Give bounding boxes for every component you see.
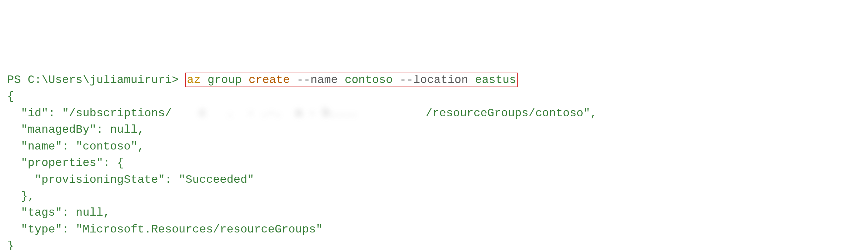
json-tags: "tags": null,: [7, 205, 861, 221]
json-properties-open: "properties": {: [7, 155, 861, 171]
json-id-line: "id": "/subscriptions/ c . - .-. a - b..…: [7, 105, 861, 122]
json-type: "type": "Microsoft.Resources/resourceGro…: [7, 221, 861, 238]
command-highlight-box: az group create --name contoso --locatio…: [185, 73, 518, 87]
az-token: az: [187, 73, 200, 87]
command-line[interactable]: PS C:\Users\juliamuiruri> az group creat…: [7, 72, 861, 88]
json-name: "name": "contoso",: [7, 138, 861, 155]
name-flag: --name: [297, 73, 338, 87]
name-value: contoso: [345, 73, 393, 87]
json-managedby: "managedBy": null,: [7, 122, 861, 138]
json-provisioning: "provisioningState": "Succeeded": [7, 172, 861, 188]
group-token: group: [208, 73, 242, 87]
indent: [7, 107, 21, 120]
create-token: create: [249, 73, 290, 87]
location-value: eastus: [475, 73, 516, 87]
redacted-subscription-id: c . - .-. a - b....: [172, 105, 426, 121]
id-key: "id": ": [21, 107, 69, 120]
terminal-output: PS C:\Users\juliamuiruri> az group creat…: [7, 72, 861, 250]
id-prefix: /subscriptions/: [69, 107, 172, 120]
json-close: }: [7, 238, 861, 250]
location-flag: --location: [400, 73, 468, 87]
json-properties-close: },: [7, 188, 861, 205]
json-open: {: [7, 88, 861, 105]
shell-prompt: PS C:\Users\juliamuiruri>: [7, 73, 185, 87]
id-suffix: /resourceGroups/contoso",: [425, 107, 597, 120]
